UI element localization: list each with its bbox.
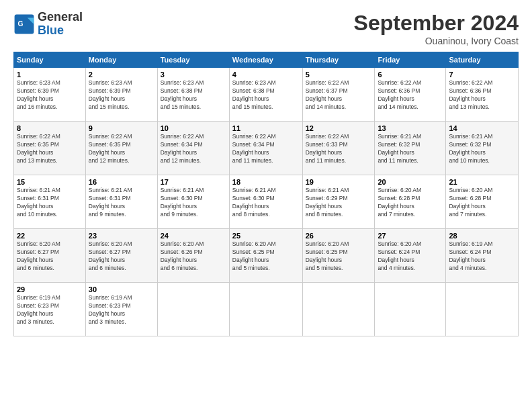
calendar-week-4: 22Sunrise: 6:20 AMSunset: 6:27 PMDayligh…	[14, 229, 519, 283]
calendar-cell: 2Sunrise: 6:23 AMSunset: 6:39 PMDaylight…	[85, 68, 157, 122]
calendar-cell	[375, 283, 446, 336]
day-number: 3	[161, 71, 226, 79]
day-info: Sunrise: 6:20 AMSunset: 6:28 PMDaylight …	[378, 187, 443, 219]
day-info: Sunrise: 6:19 AMSunset: 6:24 PMDaylight …	[449, 240, 515, 273]
calendar-cell: 14Sunrise: 6:21 AMSunset: 6:32 PMDayligh…	[446, 122, 519, 175]
day-number: 22	[17, 232, 83, 240]
calendar-week-3: 15Sunrise: 6:21 AMSunset: 6:31 PMDayligh…	[14, 175, 519, 229]
day-info: Sunrise: 6:21 AMSunset: 6:30 PMDaylight …	[161, 187, 226, 219]
day-info: Sunrise: 6:22 AMSunset: 6:35 PMDaylight …	[89, 133, 154, 165]
calendar-cell	[446, 283, 519, 336]
calendar-cell	[229, 283, 302, 336]
weekday-header-friday: Friday	[375, 52, 446, 68]
day-number: 26	[306, 232, 372, 240]
day-info: Sunrise: 6:23 AMSunset: 6:39 PMDaylight …	[89, 79, 154, 111]
svg-text:G: G	[17, 20, 23, 28]
calendar-cell: 3Sunrise: 6:23 AMSunset: 6:38 PMDaylight…	[157, 68, 229, 122]
day-info: Sunrise: 6:21 AMSunset: 6:31 PMDaylight …	[89, 187, 154, 219]
calendar-cell: 11Sunrise: 6:22 AMSunset: 6:34 PMDayligh…	[229, 122, 302, 175]
logo-icon: G	[13, 13, 35, 35]
calendar-cell: 7Sunrise: 6:22 AMSunset: 6:36 PMDaylight…	[446, 68, 519, 122]
day-info: Sunrise: 6:19 AMSunset: 6:23 PMDaylight …	[89, 294, 154, 326]
calendar-cell: 24Sunrise: 6:20 AMSunset: 6:26 PMDayligh…	[157, 229, 229, 283]
day-info: Sunrise: 6:21 AMSunset: 6:30 PMDaylight …	[232, 187, 300, 219]
day-number: 23	[89, 232, 154, 240]
day-number: 7	[449, 71, 515, 79]
day-info: Sunrise: 6:21 AMSunset: 6:32 PMDaylight …	[449, 133, 515, 165]
day-number: 18	[232, 178, 300, 186]
day-number: 16	[89, 178, 154, 186]
calendar-cell: 9Sunrise: 6:22 AMSunset: 6:35 PMDaylight…	[85, 122, 157, 175]
day-info: Sunrise: 6:20 AMSunset: 6:27 PMDaylight …	[17, 240, 83, 273]
month-title: September 2024	[354, 11, 519, 36]
calendar-cell: 25Sunrise: 6:20 AMSunset: 6:25 PMDayligh…	[229, 229, 302, 283]
calendar-cell: 8Sunrise: 6:22 AMSunset: 6:35 PMDaylight…	[14, 122, 86, 175]
day-number: 12	[306, 124, 372, 132]
day-info: Sunrise: 6:21 AMSunset: 6:29 PMDaylight …	[306, 187, 372, 219]
day-number: 29	[17, 285, 83, 293]
location-subtitle: Ouaninou, Ivory Coast	[354, 36, 519, 46]
day-info: Sunrise: 6:22 AMSunset: 6:35 PMDaylight …	[17, 133, 83, 165]
calendar-cell: 16Sunrise: 6:21 AMSunset: 6:31 PMDayligh…	[85, 175, 157, 229]
calendar-week-1: 1Sunrise: 6:23 AMSunset: 6:39 PMDaylight…	[14, 68, 519, 122]
logo-text: General Blue	[38, 11, 83, 38]
calendar-cell	[302, 283, 375, 336]
day-info: Sunrise: 6:20 AMSunset: 6:27 PMDaylight …	[89, 240, 154, 273]
day-number: 28	[449, 232, 515, 240]
day-info: Sunrise: 6:22 AMSunset: 6:36 PMDaylight …	[378, 79, 443, 111]
weekday-header-thursday: Thursday	[302, 52, 375, 68]
calendar-cell: 23Sunrise: 6:20 AMSunset: 6:27 PMDayligh…	[85, 229, 157, 283]
day-number: 17	[161, 178, 226, 186]
day-number: 5	[306, 71, 372, 79]
calendar-cell: 21Sunrise: 6:20 AMSunset: 6:28 PMDayligh…	[446, 175, 519, 229]
day-info: Sunrise: 6:22 AMSunset: 6:33 PMDaylight …	[306, 133, 372, 165]
day-info: Sunrise: 6:20 AMSunset: 6:25 PMDaylight …	[306, 240, 372, 273]
day-number: 1	[17, 71, 83, 79]
day-info: Sunrise: 6:20 AMSunset: 6:24 PMDaylight …	[378, 240, 443, 273]
day-number: 9	[89, 124, 154, 132]
day-info: Sunrise: 6:20 AMSunset: 6:26 PMDaylight …	[161, 240, 226, 273]
day-number: 25	[232, 232, 300, 240]
calendar-cell: 22Sunrise: 6:20 AMSunset: 6:27 PMDayligh…	[14, 229, 86, 283]
day-number: 2	[89, 71, 154, 79]
day-number: 14	[449, 124, 515, 132]
day-info: Sunrise: 6:22 AMSunset: 6:34 PMDaylight …	[161, 133, 226, 165]
page: G General Blue September 2024 Ouaninou, …	[0, 0, 532, 411]
day-number: 20	[378, 178, 443, 186]
weekday-header-wednesday: Wednesday	[229, 52, 302, 68]
day-number: 27	[378, 232, 443, 240]
calendar-week-5: 29Sunrise: 6:19 AMSunset: 6:23 PMDayligh…	[14, 283, 519, 336]
calendar-cell: 19Sunrise: 6:21 AMSunset: 6:29 PMDayligh…	[302, 175, 375, 229]
weekday-header-sunday: Sunday	[14, 52, 86, 68]
day-number: 30	[89, 285, 154, 293]
logo: G General Blue	[13, 11, 83, 38]
calendar-cell: 29Sunrise: 6:19 AMSunset: 6:23 PMDayligh…	[14, 283, 86, 336]
day-info: Sunrise: 6:20 AMSunset: 6:28 PMDaylight …	[449, 187, 515, 219]
day-number: 13	[378, 124, 443, 132]
calendar-week-2: 8Sunrise: 6:22 AMSunset: 6:35 PMDaylight…	[14, 122, 519, 175]
day-number: 10	[161, 124, 226, 132]
calendar-cell: 17Sunrise: 6:21 AMSunset: 6:30 PMDayligh…	[157, 175, 229, 229]
calendar-cell: 10Sunrise: 6:22 AMSunset: 6:34 PMDayligh…	[157, 122, 229, 175]
weekday-header-saturday: Saturday	[446, 52, 519, 68]
title-block: September 2024 Ouaninou, Ivory Coast	[354, 11, 519, 46]
weekday-header-monday: Monday	[85, 52, 157, 68]
calendar-cell: 1Sunrise: 6:23 AMSunset: 6:39 PMDaylight…	[14, 68, 86, 122]
weekday-header-tuesday: Tuesday	[157, 52, 229, 68]
header: G General Blue September 2024 Ouaninou, …	[13, 11, 519, 46]
day-number: 8	[17, 124, 83, 132]
calendar-cell: 4Sunrise: 6:23 AMSunset: 6:38 PMDaylight…	[229, 68, 302, 122]
day-number: 4	[232, 71, 300, 79]
calendar-cell: 28Sunrise: 6:19 AMSunset: 6:24 PMDayligh…	[446, 229, 519, 283]
day-info: Sunrise: 6:23 AMSunset: 6:39 PMDaylight …	[17, 79, 83, 111]
day-number: 15	[17, 178, 83, 186]
calendar-cell: 27Sunrise: 6:20 AMSunset: 6:24 PMDayligh…	[375, 229, 446, 283]
day-number: 6	[378, 71, 443, 79]
day-info: Sunrise: 6:23 AMSunset: 6:38 PMDaylight …	[161, 79, 226, 111]
calendar-cell	[157, 283, 229, 336]
calendar-cell: 6Sunrise: 6:22 AMSunset: 6:36 PMDaylight…	[375, 68, 446, 122]
day-info: Sunrise: 6:21 AMSunset: 6:31 PMDaylight …	[17, 187, 83, 219]
calendar-cell: 13Sunrise: 6:21 AMSunset: 6:32 PMDayligh…	[375, 122, 446, 175]
calendar-cell: 18Sunrise: 6:21 AMSunset: 6:30 PMDayligh…	[229, 175, 302, 229]
calendar-cell: 26Sunrise: 6:20 AMSunset: 6:25 PMDayligh…	[302, 229, 375, 283]
